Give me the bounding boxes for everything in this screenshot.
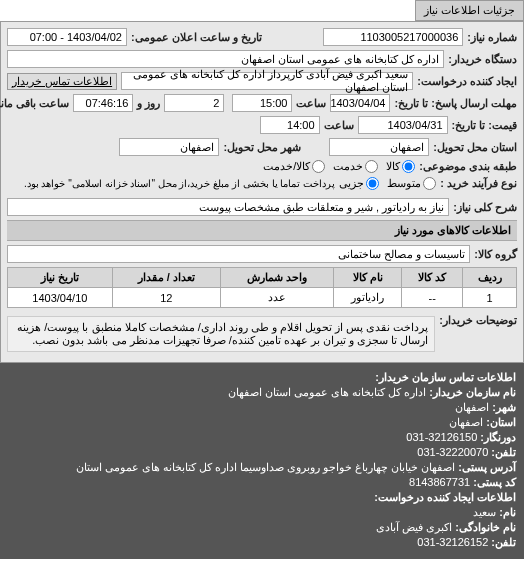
time-label-1: ساعت — [296, 97, 326, 110]
process-radio-group: متوسط جزیی — [339, 177, 436, 190]
notes-text: پرداخت نقدی پس از تحویل اقلام و طی روند … — [7, 316, 435, 352]
notes-label: توضیحات خریدار: — [439, 314, 517, 327]
req-number-label: شماره نیاز: — [467, 31, 517, 44]
contact-province-label: استان: — [486, 416, 516, 428]
buyer-field: اداره کل کتابخانه های عمومی استان اصفهان — [7, 50, 444, 68]
item-title-field: نیاز به رادیاتور , شیر و متعلقات طبق مشخ… — [7, 198, 449, 216]
lname-value: اکبری فیض آبادی — [376, 521, 452, 533]
radio-goods-input[interactable] — [402, 160, 415, 173]
radio-medium[interactable]: متوسط — [387, 177, 436, 190]
tab-title: جزئیات اطلاعات نیاز — [415, 0, 524, 21]
price-deadline-label: قیمت: تا تاریخ: — [452, 119, 517, 132]
cell-code: -- — [402, 288, 463, 308]
tel2-value: 32126152-031 — [417, 536, 488, 548]
cell-date: 1403/04/10 — [8, 288, 113, 308]
radio-medium-input[interactable] — [423, 177, 436, 190]
req-number-field: 1103005217000036 — [323, 28, 463, 46]
radio-minor[interactable]: جزیی — [339, 177, 379, 190]
th-qty: تعداد / مقدار — [112, 268, 220, 288]
name-label: نام: — [499, 506, 516, 518]
cell-unit: عدد — [220, 288, 333, 308]
announce-field: 1403/04/02 - 07:00 — [7, 28, 127, 46]
contact-info-button[interactable]: اطلاعات تماس خریدار — [7, 73, 117, 90]
city-field: اصفهان — [119, 138, 219, 156]
postal-label: کد پستی: — [473, 476, 516, 488]
fax-label: دورنگار: — [480, 431, 516, 443]
price-deadline-time: 14:00 — [260, 116, 320, 134]
buyer-label: دستگاه خریدار: — [448, 53, 517, 66]
group-label: گروه کالا: — [474, 248, 517, 261]
org-value: اداره کل کتابخانه های عمومی استان اصفهان — [228, 386, 426, 398]
radio-service[interactable]: خدمت — [333, 160, 378, 173]
deadline-send-time: 15:00 — [232, 94, 292, 112]
group-field: تاسیسات و مصالح ساختمانی — [7, 245, 470, 263]
creator-section-title: اطلاعات ایجاد کننده درخواست: — [374, 491, 516, 503]
org-label: نام سازمان خریدار: — [429, 386, 516, 398]
table-header-row: ردیف کد کالا نام کالا واحد شمارش تعداد /… — [8, 268, 517, 288]
name-value: سعید — [473, 506, 496, 518]
deadline-send-date: 1403/04/04 — [330, 94, 390, 112]
time-remaining: 07:46:16 — [73, 94, 133, 112]
radio-service-input[interactable] — [365, 160, 378, 173]
goods-section-title: اطلاعات کالاهای مورد نیاز — [7, 220, 517, 241]
fax-value: 32126150-031 — [406, 431, 477, 443]
time-label-2: ساعت — [324, 119, 354, 132]
contact-city-label: شهر: — [492, 401, 516, 413]
item-title-label: شرح کلی نیاز: — [453, 201, 517, 214]
city-label: شهر محل تحویل: — [223, 141, 301, 154]
contact-city: اصفهان — [455, 401, 489, 413]
price-deadline-date: 1403/04/31 — [358, 116, 448, 134]
radio-both[interactable]: کالا/خدمت — [263, 160, 325, 173]
postal-value: 8143867731 — [409, 476, 470, 488]
contact-province: اصفهان — [449, 416, 483, 428]
th-code: کد کالا — [402, 268, 463, 288]
pkg-label: طبقه بندی موضوعی: — [419, 160, 517, 173]
province-label: استان محل تحویل: — [433, 141, 517, 154]
tel-label: تلفن: — [491, 446, 516, 458]
province-field: اصفهان — [329, 138, 429, 156]
th-date: تاریخ نیاز — [8, 268, 113, 288]
radio-both-input[interactable] — [312, 160, 325, 173]
day-remaining: 2 — [164, 94, 224, 112]
tel2-label: تلفن: — [491, 536, 516, 548]
address-value: اصفهان خیابان چهارباغ خواجو روبروی صداوس… — [76, 461, 456, 473]
table-row[interactable]: 1 -- رادیاتور عدد 12 1403/04/10 — [8, 288, 517, 308]
lname-label: نام خانوادگی: — [455, 521, 516, 533]
time-remaining-label: ساعت باقی مانده — [0, 97, 69, 110]
requester-field: سعید اکبری فیض آبادی کارپرداز اداره کل ک… — [121, 72, 413, 90]
tel-value: 32220070-031 — [417, 446, 488, 458]
goods-table: ردیف کد کالا نام کالا واحد شمارش تعداد /… — [7, 267, 517, 308]
cell-name: رادیاتور — [333, 288, 402, 308]
address-label: آدرس پستی: — [458, 461, 516, 473]
announce-label: تاریخ و ساعت اعلان عمومی: — [131, 31, 262, 44]
th-index: ردیف — [463, 268, 517, 288]
contact-section-title: اطلاعات تماس سازمان خریدار: — [375, 371, 516, 383]
deadline-send-label: مهلت ارسال پاسخ: تا تاریخ: — [394, 97, 517, 110]
cell-index: 1 — [463, 288, 517, 308]
process-label: نوع فرآیند خرید : — [440, 177, 517, 190]
process-text: پرداخت تماما یا بخشی از مبلغ خرید،از محل… — [7, 178, 335, 189]
contact-panel: اطلاعات تماس سازمان خریدار: نام سازمان خ… — [0, 363, 524, 559]
day-remaining-label: روز و — [137, 97, 160, 110]
cell-qty: 12 — [112, 288, 220, 308]
th-unit: واحد شمارش — [220, 268, 333, 288]
th-name: نام کالا — [333, 268, 402, 288]
category-radio-group: کالا خدمت کالا/خدمت — [263, 160, 415, 173]
requester-label: ایجاد کننده درخواست: — [417, 75, 517, 88]
radio-goods[interactable]: کالا — [386, 160, 415, 173]
radio-minor-input[interactable] — [366, 177, 379, 190]
main-panel: شماره نیاز: 1103005217000036 تاریخ و ساع… — [0, 21, 524, 363]
